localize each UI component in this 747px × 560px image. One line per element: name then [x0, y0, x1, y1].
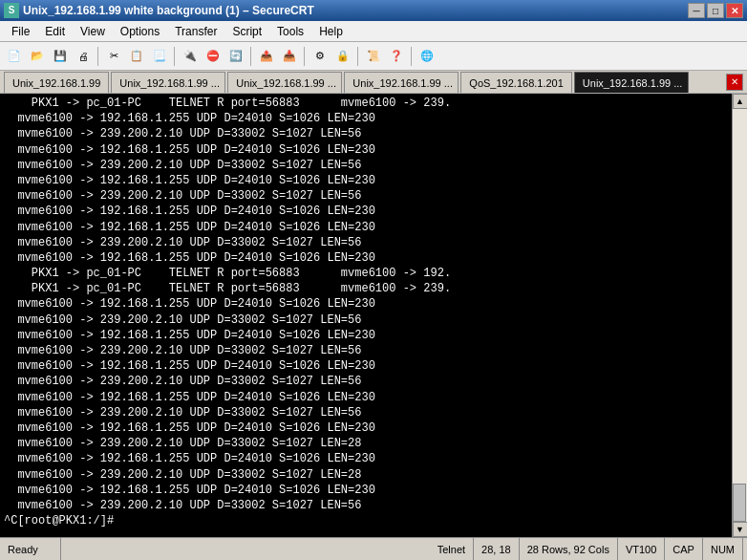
toolbar-separator-5 — [357, 47, 359, 66]
menu-view[interactable]: View — [73, 23, 113, 40]
toolbar-separator-4 — [304, 47, 306, 66]
status-encoding: VT100 — [618, 538, 665, 560]
scroll-up-button[interactable]: ▲ — [733, 94, 748, 109]
toolbar-options[interactable]: ⚙ — [309, 46, 331, 67]
toolbar-script[interactable]: 📜 — [363, 46, 384, 67]
status-bar: Ready Telnet 28, 18 28 Rows, 92 Cols VT1… — [0, 537, 747, 560]
toolbar-connect[interactable]: 🔌 — [180, 46, 201, 67]
menu-help[interactable]: Help — [311, 23, 351, 40]
toolbar: 📄 📂 💾 🖨 ✂ 📋 📃 🔌 ⛔ 🔄 📤 📥 ⚙ 🔒 📜 ❓ 🌐 — [0, 42, 747, 71]
terminal-container: PKX1 -> pc_01-PC TELNET R port=56883 mvm… — [0, 94, 747, 537]
menu-script[interactable]: Script — [224, 23, 269, 40]
tab-0[interactable]: Unix_192.168.1.99 — [4, 72, 109, 93]
toolbar-new[interactable]: 📄 — [4, 46, 25, 67]
tab-2[interactable]: Unix_192.168.1.99 ... — [227, 72, 342, 93]
toolbar-help[interactable]: ❓ — [386, 46, 407, 67]
status-num: NUM — [703, 538, 743, 560]
menu-transfer[interactable]: Transfer — [167, 23, 224, 40]
terminal-output[interactable]: PKX1 -> pc_01-PC TELNET R port=56883 mvm… — [0, 94, 732, 537]
toolbar-separator-6 — [411, 47, 413, 66]
toolbar-print[interactable]: 🖨 — [73, 46, 94, 67]
tab-3[interactable]: Unix_192.168.1.99 ... — [344, 72, 459, 93]
status-cap: CAP — [665, 538, 703, 560]
window-title: Unix_192.168.1.99 white background (1) –… — [23, 4, 314, 17]
status-protocol: Telnet — [430, 538, 474, 560]
status-cursor: 28, 18 — [474, 538, 520, 560]
toolbar-open[interactable]: 📂 — [27, 46, 48, 67]
toolbar-separator-2 — [174, 47, 176, 66]
menu-file[interactable]: File — [4, 23, 37, 40]
close-tab-button[interactable]: ✕ — [726, 74, 743, 91]
toolbar-sftp[interactable]: 📤 — [256, 46, 277, 67]
toolbar-save[interactable]: 💾 — [50, 46, 71, 67]
status-ready: Ready — [4, 538, 61, 560]
toolbar-disconnect[interactable]: ⛔ — [203, 46, 224, 67]
scroll-thumb[interactable] — [733, 484, 746, 522]
toolbar-paste[interactable]: 📃 — [149, 46, 170, 67]
close-button[interactable]: ✕ — [726, 3, 743, 18]
toolbar-lock[interactable]: 🔒 — [332, 46, 353, 67]
toolbar-copy[interactable]: 📋 — [126, 46, 147, 67]
toolbar-cut[interactable]: ✂ — [103, 46, 124, 67]
minimize-button[interactable]: ─ — [688, 3, 705, 18]
menu-tools[interactable]: Tools — [269, 23, 311, 40]
scroll-down-button[interactable]: ▼ — [733, 522, 748, 537]
menu-options[interactable]: Options — [113, 23, 167, 40]
status-dimensions: 28 Rows, 92 Cols — [520, 538, 618, 560]
toolbar-separator-1 — [97, 47, 99, 66]
title-bar: S Unix_192.168.1.99 white background (1)… — [0, 0, 747, 21]
scrollbar[interactable]: ▲ ▼ — [732, 94, 747, 537]
scroll-track[interactable] — [733, 109, 747, 522]
maximize-button[interactable]: □ — [707, 3, 724, 18]
menu-bar: File Edit View Options Transfer Script T… — [0, 21, 747, 42]
tab-1[interactable]: Unix_192.168.1.99 ... — [111, 72, 225, 93]
toolbar-separator-3 — [250, 47, 252, 66]
tab-4[interactable]: QoS_192.168.1.201 — [460, 72, 571, 93]
tabs-bar: Unix_192.168.1.99 Unix_192.168.1.99 ... … — [0, 71, 747, 94]
tab-5-active[interactable]: Unix_192.168.1.99 ... — [574, 72, 689, 93]
toolbar-reconnect[interactable]: 🔄 — [225, 46, 246, 67]
menu-edit[interactable]: Edit — [37, 23, 73, 40]
toolbar-web[interactable]: 🌐 — [416, 46, 438, 67]
app-icon: S — [4, 3, 19, 18]
toolbar-zmodem[interactable]: 📥 — [279, 46, 300, 67]
